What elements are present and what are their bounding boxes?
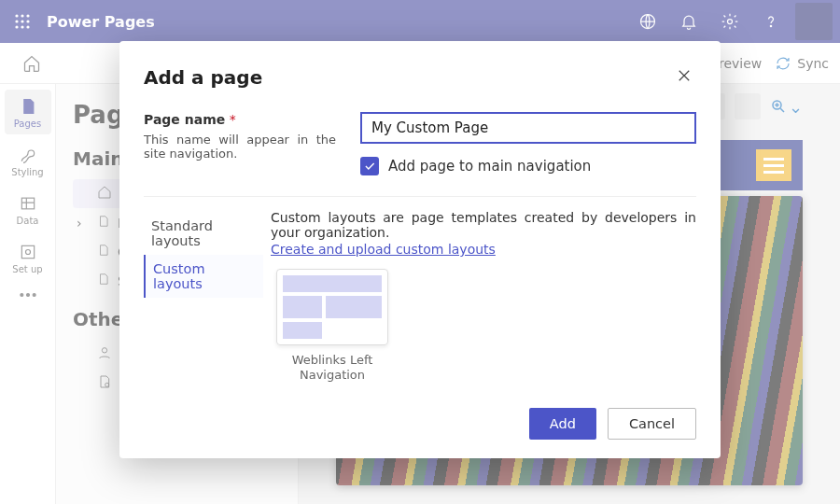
add-to-main-nav-label: Add page to main navigation xyxy=(388,158,591,175)
required-asterisk: * xyxy=(230,112,236,127)
modal-title: Add a page xyxy=(144,66,672,89)
custom-layouts-description: Custom layouts are page templates create… xyxy=(271,210,696,240)
add-page-modal: Add a page Page name * This name will ap… xyxy=(119,41,721,458)
template-weblinks-left-nav[interactable]: Weblinks Left Navigation xyxy=(271,269,394,384)
add-to-main-nav-checkbox[interactable] xyxy=(360,157,379,175)
layout-tabs: Standard layouts Custom layouts xyxy=(144,210,263,384)
page-name-label: Page name xyxy=(144,112,225,127)
close-icon[interactable] xyxy=(672,63,696,91)
tab-custom-layouts[interactable]: Custom layouts xyxy=(144,255,263,298)
add-button[interactable]: Add xyxy=(529,408,596,440)
cancel-button[interactable]: Cancel xyxy=(608,408,696,440)
page-name-help: This name will appear in the site naviga… xyxy=(144,133,336,161)
create-upload-layouts-link[interactable]: Create and upload custom layouts xyxy=(271,242,496,257)
tab-standard-layouts[interactable]: Standard layouts xyxy=(144,212,263,255)
page-name-input[interactable] xyxy=(360,112,696,144)
template-thumbnail xyxy=(276,269,388,345)
template-name: Weblinks Left Navigation xyxy=(271,353,394,384)
